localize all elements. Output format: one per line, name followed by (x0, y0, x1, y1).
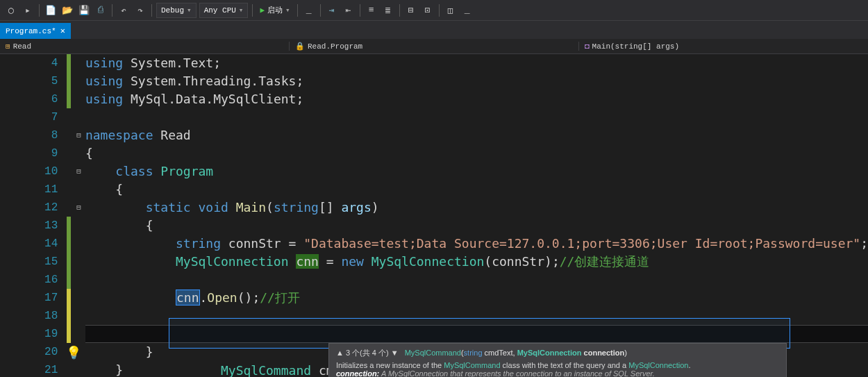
platform-dropdown[interactable]: Any CPU (199, 3, 249, 18)
code-line[interactable]: string connStr = "Database=test;Data Sou… (85, 235, 868, 253)
change-saved-mark (67, 217, 71, 235)
separator (439, 4, 440, 17)
nav-method-label: Main(string[] args) (592, 42, 679, 51)
undo-icon[interactable]: ↶ (117, 3, 131, 17)
namespace-icon: ⊞ (6, 42, 10, 51)
browser-icon[interactable]: _ (302, 3, 316, 17)
code-line[interactable]: using System.Threading.Tasks; (85, 72, 868, 90)
change-unsaved-mark (67, 307, 71, 325)
misc-icon[interactable]: _ (460, 3, 474, 17)
code-line[interactable]: using MySql.Data.MySqlClient; (85, 90, 868, 108)
change-gutter (65, 54, 72, 377)
separator (151, 4, 152, 17)
line-number: 12 (0, 199, 58, 217)
separator (39, 4, 40, 17)
nav-class-label: Read.Program (308, 42, 362, 51)
nav-back-icon[interactable]: ◯ (4, 3, 18, 17)
format-icon[interactable]: ≡ (365, 3, 378, 17)
change-saved-mark (67, 90, 71, 108)
breadcrumb-bar: ⊞ Read 🔒 Read.Program ◘ Main(string[] ar… (0, 39, 868, 54)
method-icon: ◘ (585, 42, 590, 51)
line-number: 6 (0, 90, 58, 108)
code-line-current[interactable]: 💡 MySqlCommand cmd = new MySqlCommand("s… (85, 325, 868, 343)
step-icon[interactable]: ⇤ (342, 3, 356, 17)
separator (399, 4, 400, 17)
redo-icon[interactable]: ↷ (133, 3, 147, 17)
separator (320, 4, 321, 17)
line-number: 17 (0, 289, 58, 307)
code-line[interactable]: static void Main(string[] args) (85, 199, 868, 217)
new-file-icon[interactable]: 📄 (44, 3, 58, 17)
code-line[interactable]: { (85, 181, 868, 199)
nav-fwd-icon[interactable]: ▸ (21, 3, 35, 17)
main-toolbar: ◯ ▸ 📄 📂 💾 ⎙ ↶ ↷ Debug Any CPU ▶ 启动 ▾ _ ⇥… (0, 0, 868, 21)
step-icon[interactable]: ⇥ (325, 3, 339, 17)
line-number: 5 (0, 72, 58, 90)
line-number: 7 (0, 108, 58, 126)
fold-toggle[interactable]: ⊟ (72, 199, 85, 217)
change-saved-mark (67, 72, 71, 90)
change-saved-mark (67, 253, 71, 271)
format-icon[interactable]: ≣ (381, 3, 395, 17)
line-number: 15 (0, 253, 58, 271)
code-line[interactable]: class Program (85, 162, 868, 181)
comment-icon[interactable]: ⊟ (404, 3, 418, 17)
line-number: 4 (0, 54, 58, 72)
line-number: 10 (0, 162, 58, 181)
change-saved-mark (67, 54, 71, 72)
separator (360, 4, 360, 17)
nav-namespace-label: Read (13, 42, 31, 51)
start-label: 启动 (267, 5, 283, 15)
code-line[interactable] (85, 271, 868, 289)
line-number: 11 (0, 181, 58, 199)
separator (112, 4, 112, 17)
fold-toggle[interactable]: ⊟ (72, 126, 85, 144)
tab-label: Program.cs* (6, 27, 56, 35)
fold-gutter: ⊟ ⊟ ⊟ (72, 54, 85, 377)
change-unsaved-mark (67, 289, 71, 307)
code-line[interactable]: { (85, 217, 868, 235)
uncomment-icon[interactable]: ⊡ (421, 3, 435, 17)
change-saved-mark (67, 235, 71, 253)
close-icon[interactable]: ✕ (60, 26, 65, 36)
code-line[interactable] (85, 307, 868, 325)
nav-class[interactable]: 🔒 Read.Program (290, 42, 579, 51)
nav-method[interactable]: ◘ Main(string[] args) (579, 42, 868, 51)
change-saved-mark (67, 271, 71, 289)
line-number-gutter: 4 5 6 7 8 9 10 11 12 13 14 15 16 17 18 1… (0, 54, 65, 377)
line-number: 19 (0, 325, 58, 343)
code-area[interactable]: using System.Text; using System.Threadin… (85, 54, 868, 377)
config-dropdown[interactable]: Debug (156, 3, 197, 18)
line-number: 21 (0, 361, 58, 377)
line-number: 16 (0, 271, 58, 289)
code-line[interactable]: namespace Read (85, 126, 868, 144)
lightbulb-icon[interactable]: 💡 (66, 344, 81, 359)
change-unsaved-mark (67, 325, 71, 343)
code-editor[interactable]: 4 5 6 7 8 9 10 11 12 13 14 15 16 17 18 1… (0, 54, 868, 377)
line-number: 18 (0, 307, 58, 325)
open-icon[interactable]: 📂 (60, 3, 74, 17)
class-icon: 🔒 (295, 42, 305, 51)
tab-row: Program.cs* ✕ (0, 21, 868, 39)
overload-nav[interactable]: ▲ 3 个(共 4 个) ▼ (336, 349, 399, 357)
start-debug-button[interactable]: ▶ 启动 ▾ (257, 5, 292, 15)
line-number: 13 (0, 217, 58, 235)
nav-namespace[interactable]: ⊞ Read (0, 42, 290, 51)
bookmark-icon[interactable]: ◫ (444, 3, 458, 17)
code-line[interactable] (85, 108, 868, 126)
tab-program-cs[interactable]: Program.cs* ✕ (0, 23, 71, 39)
line-number: 8 (0, 126, 58, 144)
separator (252, 4, 253, 17)
code-line[interactable]: MySqlConnection cnn = new MySqlConnectio… (85, 253, 868, 271)
save-icon[interactable]: 💾 (77, 3, 91, 17)
code-line[interactable]: cnn.Open();//打开 (85, 289, 868, 307)
line-number: 20 (0, 343, 58, 361)
code-line[interactable]: using System.Text; (85, 54, 868, 72)
signature-help-tooltip: ▲ 3 个(共 4 个) ▼ MySqlCommand(string cmdTe… (328, 343, 787, 377)
line-number: 14 (0, 235, 58, 253)
play-icon: ▶ (260, 6, 265, 15)
code-line[interactable]: { (85, 144, 868, 162)
separator (297, 4, 298, 17)
save-all-icon[interactable]: ⎙ (94, 3, 108, 17)
fold-toggle[interactable]: ⊟ (72, 162, 85, 181)
